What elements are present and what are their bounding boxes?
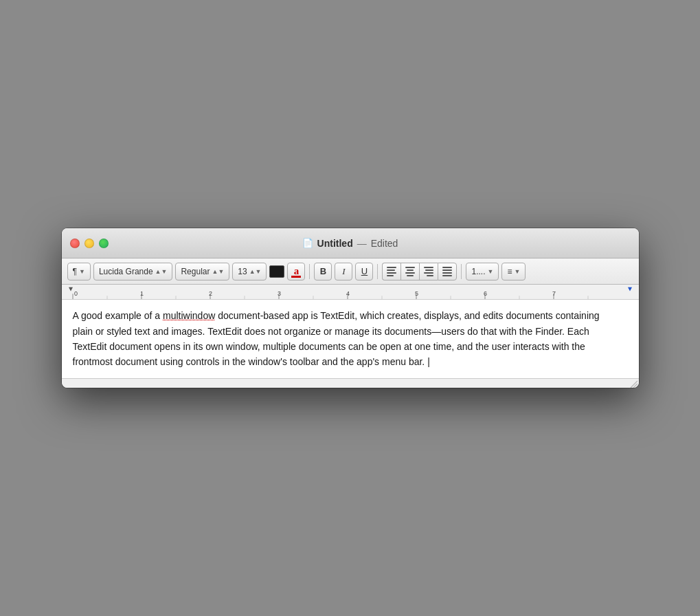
svg-text:4: 4 bbox=[346, 291, 350, 298]
ruler-svg: 0 1 2 3 4 5 6 7 bbox=[62, 285, 639, 299]
paragraph-style-button[interactable]: ¶ ▼ bbox=[67, 263, 91, 280]
underlined-word: multiwindow bbox=[163, 310, 215, 321]
window-title-group: 📄 Untitled — Edited bbox=[302, 238, 398, 249]
close-button[interactable] bbox=[70, 239, 80, 248]
separator-3 bbox=[461, 264, 462, 279]
textedit-window: 📄 Untitled — Edited ¶ ▼ Lucida Grande ▲▼… bbox=[62, 228, 639, 388]
align-left-button[interactable] bbox=[382, 263, 400, 280]
italic-button[interactable]: I bbox=[335, 263, 352, 280]
bold-button[interactable]: B bbox=[314, 263, 332, 280]
align-left-icon bbox=[385, 265, 398, 278]
document-body[interactable]: A good example of a multiwindow document… bbox=[73, 308, 609, 370]
font-size-arrow: ▲▼ bbox=[249, 268, 262, 275]
svg-line-29 bbox=[636, 386, 637, 388]
document-icon: 📄 bbox=[302, 238, 313, 249]
list-arrow: ▼ bbox=[488, 268, 494, 275]
svg-text:0: 0 bbox=[74, 291, 78, 298]
svg-text:6: 6 bbox=[484, 291, 487, 298]
align-center-icon bbox=[404, 265, 416, 278]
align-justify-icon bbox=[441, 265, 453, 278]
resize-handle[interactable] bbox=[628, 378, 637, 388]
window-title: Untitled bbox=[317, 238, 353, 249]
alignment-group bbox=[382, 263, 457, 280]
font-name-label: Lucida Grande bbox=[99, 267, 153, 276]
align-center-button[interactable] bbox=[400, 263, 419, 280]
minimize-button[interactable] bbox=[84, 239, 94, 248]
svg-text:5: 5 bbox=[415, 291, 418, 298]
ordered-list-label: 1.... bbox=[471, 267, 485, 276]
title-separator: — bbox=[357, 238, 367, 249]
font-name-button[interactable]: Lucida Grande ▲▼ bbox=[93, 263, 173, 280]
maximize-button[interactable] bbox=[99, 239, 109, 248]
paragraph-icon: ¶ bbox=[73, 267, 77, 276]
window-bottom bbox=[62, 378, 639, 388]
align-justify-button[interactable] bbox=[438, 263, 457, 280]
unordered-list-button[interactable]: ≡ ▼ bbox=[501, 263, 526, 280]
list2-arrow: ▼ bbox=[514, 268, 520, 275]
font-name-arrow: ▲▼ bbox=[155, 268, 168, 275]
ordered-list-button[interactable]: 1.... ▼ bbox=[466, 263, 499, 280]
underline-button[interactable]: U bbox=[355, 263, 373, 280]
edited-label: Edited bbox=[371, 238, 398, 249]
document-content[interactable]: A good example of a multiwindow document… bbox=[62, 300, 639, 378]
font-size-button[interactable]: 13 ▲▼ bbox=[232, 263, 267, 280]
paragraph-arrow: ▼ bbox=[79, 268, 85, 275]
separator-1 bbox=[309, 264, 310, 279]
text-color-underline bbox=[291, 276, 301, 278]
unordered-list-label: ≡ bbox=[507, 267, 512, 276]
font-size-label: 13 bbox=[238, 267, 247, 276]
align-right-icon bbox=[422, 265, 435, 278]
ruler: 0 1 2 3 4 5 6 7 bbox=[62, 285, 639, 300]
formatting-toolbar: ¶ ▼ Lucida Grande ▲▼ Regular ▲▼ 13 ▲▼ a … bbox=[62, 258, 639, 285]
svg-text:1: 1 bbox=[140, 291, 144, 298]
traffic-lights bbox=[70, 239, 109, 248]
svg-text:3: 3 bbox=[278, 291, 281, 298]
color-swatch[interactable] bbox=[269, 265, 284, 278]
font-style-label: Regular bbox=[181, 267, 210, 276]
svg-text:2: 2 bbox=[209, 291, 212, 298]
font-style-button[interactable]: Regular ▲▼ bbox=[175, 263, 229, 280]
separator-2 bbox=[377, 264, 378, 279]
svg-text:7: 7 bbox=[552, 291, 556, 298]
title-bar: 📄 Untitled — Edited bbox=[62, 228, 639, 258]
text-color-button[interactable]: a bbox=[287, 263, 305, 280]
font-style-arrow: ▲▼ bbox=[212, 268, 224, 275]
align-right-button[interactable] bbox=[419, 263, 438, 280]
